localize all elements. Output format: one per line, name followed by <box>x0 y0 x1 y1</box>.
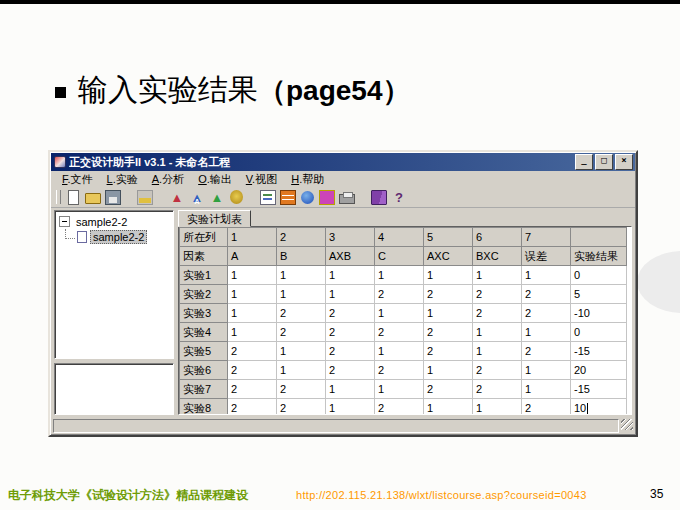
export-design-icon[interactable] <box>137 190 153 205</box>
table-cell[interactable]: 2 <box>473 361 522 380</box>
table-cell[interactable]: 2 <box>424 342 473 361</box>
table-cell[interactable]: -15 <box>571 342 627 361</box>
table-cell[interactable]: 1 <box>228 266 277 285</box>
table-cell[interactable]: 1 <box>424 304 473 323</box>
table-cell[interactable]: 1 <box>473 399 522 416</box>
help-book-icon[interactable] <box>371 190 387 205</box>
table-cell[interactable]: 2 <box>473 380 522 399</box>
table-cell[interactable]: 2 <box>326 323 375 342</box>
minimize-button[interactable]: _ <box>575 154 593 170</box>
close-button[interactable]: × <box>615 154 633 170</box>
analysis-green-icon[interactable] <box>209 190 225 205</box>
table-cell[interactable]: 2 <box>326 342 375 361</box>
table-cell[interactable]: 2 <box>277 304 326 323</box>
table-cell[interactable]: 2 <box>375 399 424 416</box>
table-cell[interactable]: 2 <box>228 380 277 399</box>
table-cell[interactable]: 1 <box>326 285 375 304</box>
tab-experiment-plan[interactable]: 实验计划表 <box>178 210 251 227</box>
table-cell[interactable]: 2 <box>375 361 424 380</box>
analysis-red-icon[interactable] <box>169 190 185 205</box>
table-cell[interactable]: 2 <box>277 380 326 399</box>
maximize-button[interactable]: □ <box>595 154 613 170</box>
table-cell[interactable]: 1 <box>522 266 571 285</box>
table-cell[interactable]: 1 <box>277 266 326 285</box>
menu-h[interactable]: H.帮助 <box>284 171 331 188</box>
title-bar[interactable]: 正交设计助手II v3.1 - 未命名工程 _□× <box>51 153 635 171</box>
table-cell[interactable]: 2 <box>277 399 326 416</box>
table-cell[interactable]: 1 <box>228 304 277 323</box>
menu-a[interactable]: A.分析 <box>145 171 191 188</box>
document-icon <box>77 231 87 243</box>
page-number: 35 <box>650 487 663 501</box>
table-cell[interactable]: 1 <box>228 323 277 342</box>
table-cell[interactable]: 1 <box>277 285 326 304</box>
toolbar-grip[interactable] <box>56 190 61 204</box>
table-cell[interactable]: 2 <box>228 342 277 361</box>
save-icon[interactable] <box>105 190 121 205</box>
table-cell[interactable]: 1 <box>522 361 571 380</box>
table-cell[interactable]: 2 <box>326 304 375 323</box>
table-cell[interactable]: 2 <box>473 304 522 323</box>
table-cell[interactable]: 1 <box>375 266 424 285</box>
resize-grip-icon[interactable] <box>621 419 633 430</box>
table-cell[interactable]: 20 <box>571 361 627 380</box>
table-header-cell: 实验3 <box>180 304 228 323</box>
globe-icon[interactable] <box>301 191 314 204</box>
table-cell[interactable]: 0 <box>571 266 627 285</box>
tree-root-label[interactable]: sample2-2 <box>74 216 129 228</box>
table-cell[interactable]: 1 <box>424 361 473 380</box>
table-cell[interactable]: 1 <box>473 266 522 285</box>
analysis-blue-icon[interactable] <box>189 190 205 205</box>
table-cell[interactable]: 1 <box>375 304 424 323</box>
table-cell[interactable]: 2 <box>326 361 375 380</box>
table-cell[interactable]: 2 <box>375 285 424 304</box>
table-cell[interactable]: 0 <box>571 323 627 342</box>
table-cell[interactable]: 1 <box>228 285 277 304</box>
table-cell[interactable]: 10 <box>571 399 627 416</box>
table-cell[interactable]: 1 <box>473 342 522 361</box>
table-cell[interactable]: -15 <box>571 380 627 399</box>
data-table-icon[interactable] <box>280 190 296 205</box>
open-folder-icon[interactable] <box>85 193 101 204</box>
table-cell[interactable]: 1 <box>326 399 375 416</box>
tree-collapse-icon[interactable] <box>59 216 70 227</box>
table-cell[interactable]: 1 <box>522 380 571 399</box>
menu-l[interactable]: L.实验 <box>100 171 145 188</box>
table-cell[interactable]: -10 <box>571 304 627 323</box>
table-cell[interactable]: 1 <box>473 323 522 342</box>
table-cell[interactable]: 2 <box>228 399 277 416</box>
antibug-icon[interactable] <box>230 190 243 204</box>
menu-o[interactable]: O.输出 <box>191 171 239 188</box>
help-question-icon[interactable] <box>391 190 407 205</box>
table-cell[interactable]: 2 <box>228 361 277 380</box>
table-cell[interactable]: 2 <box>522 342 571 361</box>
table-cell[interactable]: 2 <box>375 323 424 342</box>
table-cell[interactable]: 2 <box>473 285 522 304</box>
table-cell[interactable]: 1 <box>326 266 375 285</box>
table-cell[interactable]: 2 <box>522 399 571 416</box>
table-cell[interactable]: 2 <box>424 380 473 399</box>
table-cell[interactable]: 2 <box>424 285 473 304</box>
table-cell[interactable]: 1 <box>277 361 326 380</box>
table-cell[interactable]: 2 <box>277 323 326 342</box>
table-cell[interactable]: 1 <box>424 266 473 285</box>
new-document-icon[interactable] <box>68 190 79 205</box>
table-cell[interactable]: 2 <box>522 304 571 323</box>
report-document-icon[interactable] <box>260 190 276 205</box>
printer-icon[interactable] <box>339 194 355 204</box>
table-cell[interactable]: 1 <box>522 323 571 342</box>
tree-child-label[interactable]: sample2-2 <box>90 230 147 244</box>
tree-item-child[interactable]: sample2-2 <box>57 229 171 244</box>
table-cell[interactable]: 1 <box>424 399 473 416</box>
table-cell[interactable]: 1 <box>375 380 424 399</box>
table-cell[interactable]: 1 <box>375 342 424 361</box>
table-cell[interactable]: 5 <box>571 285 627 304</box>
table-cell[interactable]: 1 <box>277 342 326 361</box>
table-cell[interactable]: 2 <box>424 323 473 342</box>
table-cell[interactable]: 1 <box>326 380 375 399</box>
tree-item-root[interactable]: sample2-2 <box>57 214 171 229</box>
menu-v[interactable]: V.视图 <box>239 171 284 188</box>
menu-f[interactable]: F.文件 <box>55 171 100 188</box>
image-icon[interactable] <box>319 190 335 205</box>
table-cell[interactable]: 2 <box>522 285 571 304</box>
